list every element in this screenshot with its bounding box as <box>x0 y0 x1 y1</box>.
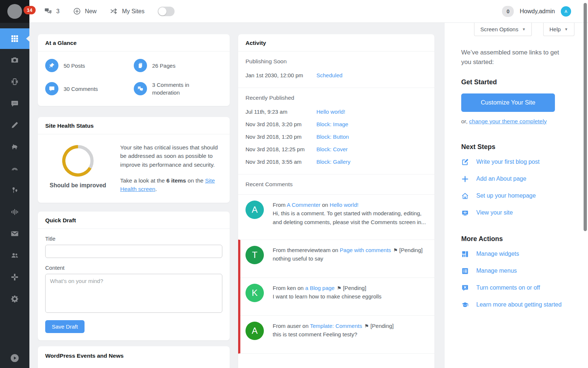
quick-draft-title-input[interactable] <box>45 245 222 258</box>
admin-bar-new-label: New <box>85 8 97 15</box>
learn-more-link[interactable]: Learn more about getting started <box>461 301 564 309</box>
sidebar-item-settings[interactable] <box>0 288 29 309</box>
pending-flag-icon: ⚑ <box>393 247 398 253</box>
welcome-intro: We’ve assembled some links to get you st… <box>461 48 564 67</box>
comment-body: nothing useful to say <box>273 254 429 263</box>
glance-comments-label[interactable]: 30 Comments <box>64 85 98 93</box>
screen-options-label: Screen Options <box>480 26 518 32</box>
comment-item: K From ken on a Blog page⚑ [Pending] I w… <box>240 277 434 315</box>
on-text: on <box>296 285 305 291</box>
sidebar-item-media[interactable] <box>0 49 29 71</box>
sidebar-item-pet[interactable] <box>0 136 29 158</box>
activity-row-date: Jul 11th, 9:23 am <box>245 109 316 115</box>
glance-pages-label[interactable]: 26 Pages <box>152 62 175 70</box>
screen-options-button[interactable]: Screen Options ▼ <box>474 23 532 36</box>
on-text: on <box>320 202 330 208</box>
plus-cross-icon <box>10 273 19 282</box>
post-link[interactable]: Block: Image <box>316 121 348 127</box>
help-label: Help <box>549 26 561 32</box>
post-link[interactable]: Block: Button <box>316 134 349 140</box>
site-avatar[interactable] <box>7 4 22 19</box>
from-text: From <box>273 247 287 253</box>
comments-moderation-icon <box>134 82 147 95</box>
pet-icon <box>10 142 19 151</box>
comment-author: ken <box>287 285 296 291</box>
user-avatar[interactable]: A <box>561 6 571 17</box>
save-draft-button[interactable]: Save Draft <box>45 320 85 333</box>
sidebar-item-comments[interactable] <box>0 92 29 114</box>
cta-text: Take a look at the <box>120 177 166 184</box>
manage-menus-link[interactable]: Manage menus <box>461 267 564 275</box>
on-text: on <box>331 247 340 253</box>
sidebar-item-dashboard[interactable] <box>0 28 29 49</box>
post-link[interactable]: Hello world! <box>316 109 345 115</box>
scheduled-link[interactable]: Scheduled <box>316 72 343 78</box>
link-label: Learn more about getting started <box>476 301 562 308</box>
admin-bar-toggle-switch[interactable] <box>158 7 175 16</box>
help-button[interactable]: Help ▼ <box>543 23 574 36</box>
recently-published-section: Recently Published Jul 11th, 9:23 am Hel… <box>238 88 434 174</box>
admin-bar-comments[interactable]: 3 <box>44 7 60 15</box>
activity-row-date: Jan 1st 2030, 12:00 pm <box>245 72 316 78</box>
site-health-cta: Take a look at the 6 items on the Site H… <box>120 176 222 194</box>
write-first-post-link[interactable]: Write your first blog post <box>461 158 564 166</box>
events-news-title: WordPress Events and News <box>38 346 230 364</box>
admin-bar-my-sites-label: My Sites <box>122 8 144 15</box>
post-link[interactable]: Block: Cover <box>316 146 348 152</box>
view-your-site-link[interactable]: View your site <box>461 209 564 217</box>
compose-icon <box>461 158 469 166</box>
customize-your-site-button[interactable]: Customize Your Site <box>461 93 555 112</box>
page-scrollbar[interactable] <box>584 3 587 231</box>
change-theme-link[interactable]: change your theme completely <box>469 118 547 124</box>
next-steps-heading: Next Steps <box>461 143 564 151</box>
publishing-soon-heading: Publishing Soon <box>245 58 427 65</box>
add-about-page-link[interactable]: Add an About page <box>461 175 564 183</box>
activity-row-date: Nov 3rd 2018, 1:20 pm <box>245 134 316 140</box>
sidebar-item-stats[interactable] <box>0 201 29 223</box>
quick-draft-content-label: Content <box>45 265 222 271</box>
comment-post-link[interactable]: Template: Comments <box>310 323 362 329</box>
or-change-theme-line: or, change your theme completely <box>461 118 564 125</box>
sidebar-item-pins[interactable] <box>0 179 29 201</box>
comment-meta: From ken on a Blog page⚑ [Pending] <box>273 284 429 293</box>
howdy-label[interactable]: Howdy,admin <box>520 8 555 15</box>
home-icon <box>461 192 469 200</box>
cta-count: 6 items <box>166 177 186 184</box>
admin-bar-my-sites[interactable]: My Sites <box>110 7 144 15</box>
sidebar-menu <box>0 23 29 309</box>
sidebar-item-plugins[interactable] <box>0 266 29 288</box>
pending-flag-icon: ⚑ <box>364 323 369 329</box>
mail-icon <box>10 229 19 238</box>
dashboard-grid-icon <box>10 34 19 43</box>
updates-badge[interactable]: 14 <box>24 6 36 14</box>
events-news-panel: WordPress Events and News <box>38 346 230 368</box>
sidebar-item-users[interactable] <box>0 244 29 266</box>
setup-homepage-link[interactable]: Set up your homepage <box>461 192 564 200</box>
activity-row: Nov 3rd 2018, 12:25 pm Block: Cover <box>245 146 427 152</box>
updates-count-pill[interactable]: 0 <box>502 6 514 17</box>
sidebar-item-mobile[interactable] <box>0 71 29 92</box>
manage-widgets-link[interactable]: Manage widgets <box>461 250 564 258</box>
admin-bar-new[interactable]: New <box>73 7 97 15</box>
comment-author-link[interactable]: A Commenter <box>287 202 320 208</box>
sidebar-item-arc[interactable] <box>0 158 29 179</box>
sidebar-item-mail[interactable] <box>0 223 29 244</box>
sidebar-collapse[interactable] <box>0 353 29 363</box>
comment-post-link[interactable]: Hello world! <box>330 202 358 208</box>
activity-row-date: Nov 3rd 2018, 3:20 pm <box>245 121 316 127</box>
glance-posts: 50 Posts <box>45 59 134 72</box>
sidebar-item-write[interactable] <box>0 114 29 136</box>
activity-row: Jul 11th, 9:23 am Hello world! <box>245 109 427 115</box>
glance-posts-label[interactable]: 50 Posts <box>64 62 85 70</box>
comment-post-link[interactable]: a Blog page <box>305 285 334 291</box>
comment-post-link[interactable]: Page with comments <box>340 247 391 253</box>
post-link[interactable]: Block: Gallery <box>316 159 351 165</box>
glance-moderation-label[interactable]: 3 Comments in moderation <box>152 81 207 96</box>
pending-label: [Pending] <box>370 323 394 329</box>
quick-draft-content-textarea[interactable] <box>45 274 222 313</box>
graduation-cap-icon <box>461 301 469 309</box>
pending-flag-icon: ⚑ <box>337 285 341 291</box>
turn-comments-link[interactable]: Turn comments on or off <box>461 284 564 292</box>
comment-x-icon <box>461 284 469 292</box>
activity-row-date: Nov 3rd 2018, 12:25 pm <box>245 146 316 152</box>
